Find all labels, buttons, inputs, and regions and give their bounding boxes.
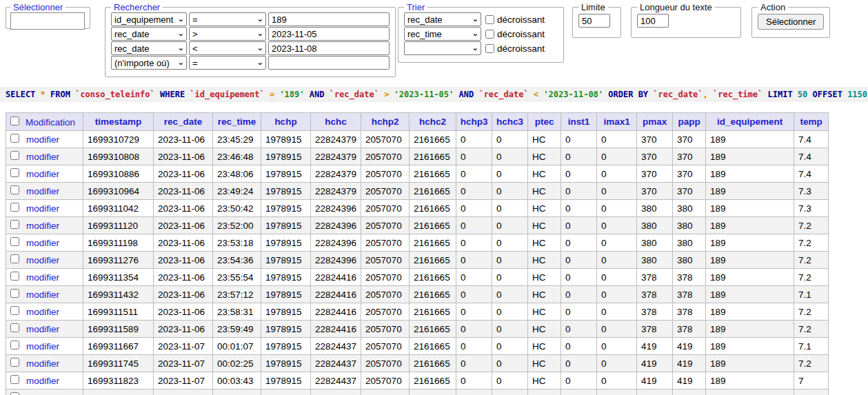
table-list-select[interactable]: [10, 12, 85, 30]
sort-desc-checkbox[interactable]: [485, 30, 494, 39]
table-row: modifier16993115892023-11-0623:59:491978…: [6, 321, 829, 338]
table-cell: 2023-11-06: [154, 148, 213, 165]
table-cell: 419: [637, 372, 673, 389]
modifier-link[interactable]: modifier: [26, 324, 59, 334]
modifier-link[interactable]: modifier: [26, 341, 59, 352]
table-cell: 23:46:48: [213, 148, 261, 165]
column-header-link[interactable]: hchp2: [372, 117, 399, 127]
table-cell: 0: [492, 389, 528, 395]
modification-header-link[interactable]: Modification: [26, 117, 75, 128]
text-length-input[interactable]: [637, 14, 669, 28]
row-checkbox[interactable]: [10, 341, 19, 350]
column-header-link[interactable]: temp: [800, 117, 822, 127]
column-header-link[interactable]: hchc2: [419, 117, 446, 127]
fieldset-action: Action Sélectionner: [751, 3, 830, 38]
column-header-link[interactable]: hchp3: [461, 117, 488, 127]
sql-token: 1150: [847, 90, 867, 99]
sort-field-select[interactable]: [404, 41, 481, 55]
column-header-link[interactable]: papp: [678, 117, 700, 127]
table-cell: 23:57:12: [213, 286, 261, 303]
table-cell: 2023-11-06: [154, 234, 213, 252]
table-cell: 419: [637, 355, 673, 372]
row-action-cell: modifier: [6, 165, 83, 183]
row-checkbox[interactable]: [10, 151, 19, 160]
table-cell: 00:01:07: [213, 338, 261, 355]
row-checkbox[interactable]: [10, 185, 19, 194]
row-checkbox[interactable]: [10, 272, 19, 281]
search-value-input[interactable]: [268, 56, 390, 70]
column-header-link[interactable]: imax1: [603, 117, 629, 127]
row-checkbox[interactable]: [10, 375, 19, 384]
row-checkbox[interactable]: [10, 237, 19, 246]
table-cell: HC: [528, 389, 561, 395]
search-value-input[interactable]: [268, 12, 390, 26]
search-field-select[interactable]: rec_date: [111, 41, 187, 55]
search-operator-select[interactable]: =: [189, 12, 266, 26]
column-header-link[interactable]: ptec: [535, 117, 554, 127]
modifier-link[interactable]: modifier: [26, 203, 59, 214]
table-cell: 22824437: [311, 338, 361, 355]
column-header-link[interactable]: pmax: [643, 117, 667, 127]
column-header-link[interactable]: id_equipement: [717, 117, 783, 127]
table-cell: 7.3: [794, 200, 829, 217]
column-header-link[interactable]: rec_date: [164, 117, 203, 127]
column-header-link[interactable]: hchc: [325, 117, 347, 127]
sort-field-select[interactable]: rec_time: [404, 27, 481, 41]
column-header-link[interactable]: rec_time: [218, 117, 256, 127]
table-cell: 7.2: [794, 234, 829, 252]
search-operator-select[interactable]: <: [189, 41, 266, 55]
row-checkbox[interactable]: [10, 254, 19, 263]
sql-token: '189': [279, 90, 309, 99]
select-all-checkbox[interactable]: [10, 117, 19, 125]
table-cell: 0: [456, 372, 492, 389]
row-checkbox[interactable]: [10, 289, 19, 298]
sort-desc-checkbox[interactable]: [485, 44, 494, 53]
table-cell: 1978915: [261, 355, 311, 372]
modifier-link[interactable]: modifier: [26, 169, 59, 179]
row-checkbox[interactable]: [10, 323, 19, 332]
sort-field-select[interactable]: rec_date: [404, 12, 481, 26]
search-field-select[interactable]: (n'importe où): [111, 56, 187, 70]
modifier-link[interactable]: modifier: [26, 186, 59, 196]
modifier-link[interactable]: modifier: [26, 221, 59, 231]
search-field-select[interactable]: rec_date: [111, 27, 187, 41]
select-button[interactable]: Sélectionner: [758, 14, 824, 30]
table-cell: 22824416: [311, 303, 361, 321]
modifier-link[interactable]: modifier: [26, 376, 59, 386]
modifier-link[interactable]: modifier: [26, 152, 59, 162]
modifier-link[interactable]: modifier: [26, 255, 59, 265]
modifier-link[interactable]: modifier: [26, 238, 59, 248]
table-cell: 378: [673, 286, 706, 303]
modifier-link[interactable]: modifier: [26, 290, 59, 300]
table-cell: 22824437: [311, 372, 361, 389]
table-cell: 0: [492, 165, 528, 183]
column-header-id_equipement: id_equipement: [706, 113, 794, 131]
search-operator-select[interactable]: =: [189, 56, 266, 70]
modifier-link[interactable]: modifier: [26, 358, 59, 369]
row-checkbox[interactable]: [10, 392, 19, 395]
row-checkbox[interactable]: [10, 168, 19, 177]
table-row: modifier16993117452023-11-0700:02:251978…: [6, 355, 829, 372]
row-checkbox[interactable]: [10, 203, 19, 212]
search-operator-select[interactable]: >: [189, 27, 266, 41]
row-checkbox[interactable]: [10, 306, 19, 315]
modification-header: Modification: [6, 113, 83, 131]
modifier-link[interactable]: modifier: [26, 134, 59, 145]
row-checkbox[interactable]: [10, 220, 19, 229]
table-cell: 1699311823: [83, 372, 154, 389]
column-header-link[interactable]: hchp: [274, 117, 296, 127]
modifier-link[interactable]: modifier: [26, 307, 59, 317]
table-cell: 419: [637, 389, 673, 395]
sort-desc-checkbox[interactable]: [485, 15, 494, 24]
limit-input[interactable]: [578, 14, 610, 28]
row-checkbox[interactable]: [10, 358, 19, 367]
modifier-link[interactable]: modifier: [26, 272, 59, 283]
table-cell: 189: [706, 338, 794, 355]
column-header-link[interactable]: hchc3: [496, 117, 523, 127]
search-field-select[interactable]: id_equipement: [111, 12, 187, 26]
search-value-input[interactable]: [268, 27, 390, 41]
row-checkbox[interactable]: [10, 134, 19, 143]
column-header-link[interactable]: timestamp: [95, 117, 142, 127]
column-header-link[interactable]: inst1: [568, 117, 590, 127]
search-value-input[interactable]: [268, 41, 390, 55]
